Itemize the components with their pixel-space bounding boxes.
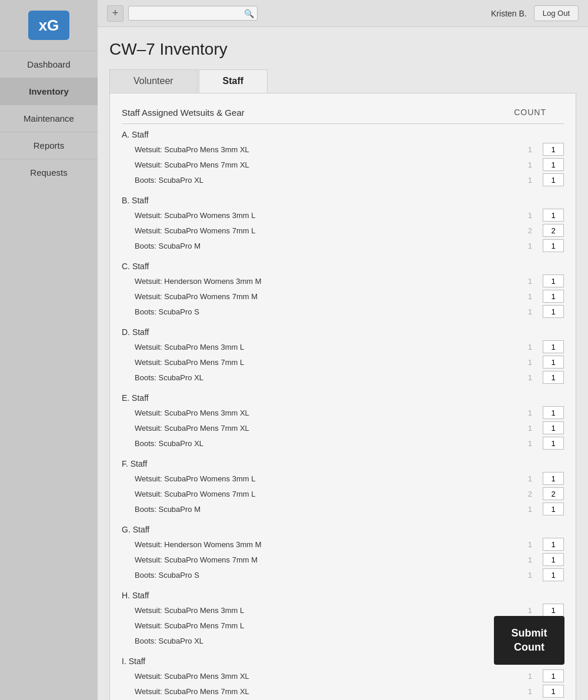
staff-table: Staff Assigned Wetsuits & Gear COUNT A. …: [109, 93, 576, 700]
staff-item-assigned: 1: [509, 439, 532, 448]
add-button[interactable]: +: [107, 5, 123, 22]
tab-staff[interactable]: Staff: [199, 69, 268, 93]
table-row: Wetsuit: ScubaPro Mens 3mm L1: [122, 339, 564, 354]
staff-item-count-input[interactable]: [543, 503, 564, 515]
xg-logo: xG: [28, 11, 69, 40]
sidebar-item-maintenance[interactable]: Maintenance: [0, 105, 98, 132]
staff-item-count-input[interactable]: [543, 421, 564, 434]
table-row: Boots: ScubaPro M1: [122, 501, 564, 517]
staff-item-count-input[interactable]: [543, 340, 564, 353]
table-header-count: COUNT: [514, 108, 564, 118]
staff-item-name: Boots: ScubaPro XL: [135, 439, 509, 448]
staff-item-count-input[interactable]: [543, 685, 564, 698]
staff-group: A. StaffWetsuit: ScubaPro Mens 3mm XL1We…: [122, 130, 564, 187]
staff-item-count-input[interactable]: [543, 472, 564, 485]
staff-group: F. StaffWetsuit: ScubaPro Womens 3mm L1W…: [122, 459, 564, 517]
search-icon[interactable]: 🔍: [244, 9, 254, 18]
staff-item-name: Wetsuit: ScubaPro Mens 7mm XL: [135, 424, 509, 433]
main-content: + 🔍 Kristen B. Log Out CW–7 Inventory Vo…: [98, 0, 588, 700]
search-input[interactable]: [128, 6, 258, 21]
staff-group-label: H. Staff: [122, 591, 564, 600]
staff-item-assigned: 1: [509, 211, 532, 220]
submit-count-button[interactable]: SubmitCount: [494, 616, 564, 665]
staff-item-name: Wetsuit: ScubaPro Mens 7mm XL: [135, 687, 509, 696]
staff-item-name: Wetsuit: ScubaPro Womens 7mm M: [135, 292, 509, 301]
table-row: Wetsuit: Henderson Womens 3mm M1: [122, 273, 564, 289]
staff-item-name: Boots: ScubaPro S: [135, 571, 509, 580]
table-row: Wetsuit: Henderson Womens 3mm M1: [122, 537, 564, 552]
svg-text:xG: xG: [39, 16, 59, 34]
table-row: Wetsuit: ScubaPro Mens 7mm XL1: [122, 684, 564, 699]
content-area: CW–7 Inventory Volunteer Staff Staff Ass…: [98, 27, 588, 700]
table-row: Wetsuit: ScubaPro Womens 7mm L2: [122, 223, 564, 238]
logo-area: xG: [0, 0, 98, 51]
staff-item-assigned: 1: [509, 292, 532, 301]
staff-group-label: B. Staff: [122, 196, 564, 205]
sidebar-item-inventory[interactable]: Inventory: [0, 78, 98, 105]
staff-item-assigned: 1: [509, 606, 532, 615]
staff-item-count-input[interactable]: [543, 356, 564, 369]
staff-item-name: Wetsuit: ScubaPro Womens 7mm M: [135, 555, 509, 564]
staff-item-name: Wetsuit: ScubaPro Mens 3mm L: [135, 343, 509, 351]
staff-group: B. StaffWetsuit: ScubaPro Womens 3mm L1W…: [122, 196, 564, 253]
table-row: Wetsuit: ScubaPro Mens 3mm XL1: [122, 142, 564, 157]
staff-item-assigned: 1: [509, 176, 532, 185]
staff-item-count-input[interactable]: [543, 669, 564, 682]
staff-item-count-input[interactable]: [543, 209, 564, 222]
staff-item-count-input[interactable]: [543, 568, 564, 581]
sidebar-item-reports[interactable]: Reports: [0, 132, 98, 159]
staff-item-name: Wetsuit: ScubaPro Mens 3mm XL: [135, 672, 509, 681]
staff-item-count-input[interactable]: [543, 437, 564, 450]
sidebar-item-requests[interactable]: Requests: [0, 159, 98, 186]
staff-item-assigned: 1: [509, 408, 532, 417]
table-row: Wetsuit: ScubaPro Mens 3mm L1: [122, 602, 564, 618]
staff-item-count-input[interactable]: [543, 553, 564, 566]
table-row: Wetsuit: ScubaPro Womens 7mm M1: [122, 289, 564, 304]
staff-item-count-input[interactable]: [543, 538, 564, 551]
sidebar-nav: Dashboard Inventory Maintenance Reports …: [0, 51, 98, 186]
staff-item-assigned: 1: [509, 242, 532, 250]
staff-item-count-input[interactable]: [543, 224, 564, 237]
table-row: Boots: ScubaPro S1: [122, 304, 564, 319]
staff-item-name: Boots: ScubaPro M: [135, 505, 509, 514]
staff-item-name: Wetsuit: ScubaPro Womens 7mm L: [135, 226, 509, 235]
staff-group-label: A. Staff: [122, 130, 564, 139]
table-header-label: Staff Assigned Wetsuits & Gear: [122, 108, 245, 118]
staff-item-name: Wetsuit: ScubaPro Mens 7mm XL: [135, 160, 509, 169]
staff-item-count-input[interactable]: [543, 239, 564, 252]
staff-item-count-input[interactable]: [543, 487, 564, 500]
topbar: + 🔍 Kristen B. Log Out: [98, 0, 588, 27]
staff-item-name: Wetsuit: Henderson Womens 3mm M: [135, 277, 509, 286]
staff-item-count-input[interactable]: [543, 158, 564, 171]
staff-item-assigned: 1: [509, 474, 532, 483]
staff-item-assigned: 2: [509, 226, 532, 235]
table-row: Wetsuit: ScubaPro Mens 7mm XL1: [122, 420, 564, 436]
staff-item-count-input[interactable]: [543, 274, 564, 287]
staff-item-assigned: 1: [509, 540, 532, 549]
table-row: Boots: ScubaPro XL1: [122, 436, 564, 451]
staff-item-count-input[interactable]: [543, 371, 564, 384]
table-row: Wetsuit: ScubaPro Mens 7mm L1: [122, 354, 564, 370]
staff-item-count-input[interactable]: [543, 604, 564, 617]
staff-item-assigned: 1: [509, 424, 532, 433]
staff-item-name: Wetsuit: ScubaPro Mens 3mm XL: [135, 408, 509, 417]
table-header: Staff Assigned Wetsuits & Gear COUNT: [122, 103, 564, 124]
staff-group: E. StaffWetsuit: ScubaPro Mens 3mm XL1We…: [122, 393, 564, 451]
staff-item-assigned: 1: [509, 505, 532, 514]
tabs: Volunteer Staff: [109, 69, 576, 93]
staff-item-name: Wetsuit: ScubaPro Womens 7mm L: [135, 490, 509, 498]
staff-item-count-input[interactable]: [543, 173, 564, 186]
staff-item-assigned: 1: [509, 277, 532, 286]
table-row: Wetsuit: ScubaPro Mens 3mm XL1: [122, 405, 564, 420]
sidebar-item-dashboard[interactable]: Dashboard: [0, 51, 98, 78]
tab-volunteer[interactable]: Volunteer: [109, 69, 198, 93]
staff-item-count-input[interactable]: [543, 305, 564, 318]
staff-group-label: F. Staff: [122, 459, 564, 468]
staff-item-count-input[interactable]: [543, 290, 564, 303]
table-row: Wetsuit: ScubaPro Mens 7mm XL1: [122, 157, 564, 172]
staff-item-count-input[interactable]: [543, 143, 564, 156]
logout-button[interactable]: Log Out: [534, 5, 579, 21]
staff-item-name: Wetsuit: ScubaPro Mens 7mm L: [135, 358, 509, 367]
staff-item-assigned: 1: [509, 555, 532, 564]
staff-item-count-input[interactable]: [543, 406, 564, 419]
